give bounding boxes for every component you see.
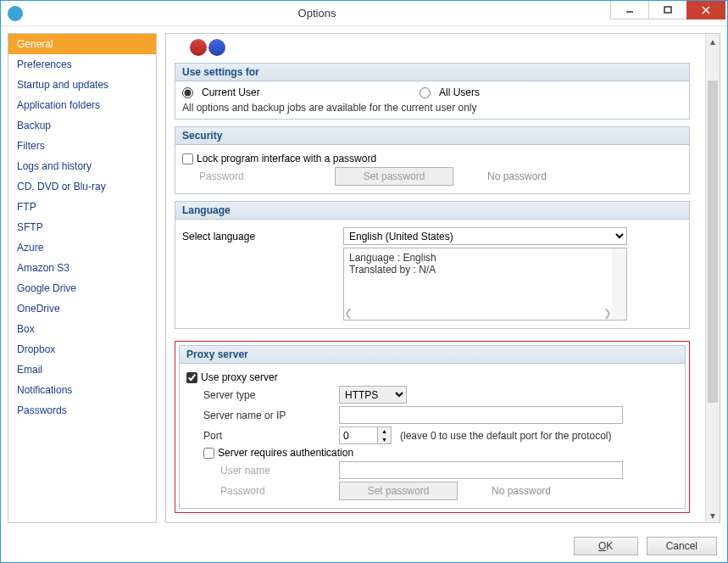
sidebar-item-google-drive[interactable]: Google Drive <box>8 278 156 298</box>
section-header-use-settings: Use settings for <box>175 64 689 81</box>
sidebar-item-application-folders[interactable]: Application folders <box>8 95 156 115</box>
language-info-box: Language : English Translated by : N/A ❮… <box>343 248 627 321</box>
maximize-button[interactable] <box>648 1 687 20</box>
body: GeneralPreferencesStartup and updatesApp… <box>1 26 727 530</box>
port-down-icon[interactable]: ▼ <box>378 436 391 444</box>
current-user-radio[interactable] <box>182 87 193 98</box>
main-scrollbar[interactable]: ▴ ▾ <box>705 34 720 522</box>
server-type-select[interactable]: HTTPS <box>339 386 407 404</box>
proxy-user-label: User name <box>220 465 339 477</box>
proxy-password-label: Password <box>220 485 339 497</box>
header-icon-blue <box>208 39 225 56</box>
main-panel: Use settings for Current User All Users <box>165 33 720 523</box>
server-name-label: Server name or IP <box>203 410 339 421</box>
use-proxy-checkbox[interactable] <box>186 372 197 383</box>
svg-rect-1 <box>664 7 671 13</box>
use-settings-note: All options and backup jobs are availabl… <box>182 102 682 114</box>
scroll-thumb[interactable] <box>708 81 718 403</box>
server-type-label: Server type <box>203 389 339 401</box>
sidebar-item-azure[interactable]: Azure <box>8 237 156 258</box>
port-input[interactable] <box>340 427 377 443</box>
use-proxy-label: Use proxy server <box>201 371 278 383</box>
lang-vscroll[interactable] <box>612 248 626 320</box>
options-window: Options GeneralPreferencesStartup and up… <box>0 0 728 563</box>
all-users-radio[interactable] <box>420 87 431 98</box>
auth-checkbox[interactable] <box>203 448 214 459</box>
header-icons <box>190 39 690 56</box>
select-language-label: Select language <box>182 231 343 242</box>
language-info-line1: Language : English <box>349 252 621 264</box>
section-security: Security Lock program interface with a p… <box>175 126 690 194</box>
security-set-password-button[interactable]: Set password <box>335 167 453 186</box>
titlebar: Options <box>1 1 727 26</box>
port-up-icon[interactable]: ▲ <box>378 427 391 436</box>
lang-hscroll[interactable]: ❮❯ <box>344 307 612 320</box>
section-proxy: Proxy server Use proxy server Server typ… <box>175 341 690 513</box>
port-spinner[interactable]: ▲▼ <box>339 426 392 444</box>
lock-interface-label: Lock program interface with a password <box>197 153 376 164</box>
sidebar-item-passwords[interactable]: Passwords <box>8 400 156 421</box>
sidebar-item-amazon-s3[interactable]: Amazon S3 <box>8 258 156 278</box>
sidebar-item-dropbox[interactable]: Dropbox <box>8 339 156 360</box>
ok-button[interactable]: OK <box>574 537 638 555</box>
scroll-up-icon[interactable]: ▴ <box>706 34 720 48</box>
section-use-settings: Use settings for Current User All Users <box>175 63 690 120</box>
sidebar-item-general[interactable]: General <box>8 34 156 54</box>
section-header-proxy: Proxy server <box>180 346 685 364</box>
sidebar-item-email[interactable]: Email <box>8 360 156 380</box>
security-password-label: Password <box>199 170 335 182</box>
sidebar-item-logs-and-history[interactable]: Logs and history <box>8 156 156 176</box>
proxy-no-password-text: No password <box>492 485 551 497</box>
sidebar-item-preferences[interactable]: Preferences <box>8 54 156 75</box>
auth-label: Server requires authentication <box>218 447 353 459</box>
scroll-down-icon[interactable]: ▾ <box>706 508 720 522</box>
window-title: Options <box>23 7 611 20</box>
language-select[interactable]: English (United States) <box>343 227 627 245</box>
sidebar-item-backup[interactable]: Backup <box>8 115 156 136</box>
section-language: Language Select language English (United… <box>175 201 690 329</box>
sidebar[interactable]: GeneralPreferencesStartup and updatesApp… <box>8 33 157 523</box>
sidebar-item-box[interactable]: Box <box>8 319 156 339</box>
close-button[interactable] <box>686 1 725 20</box>
proxy-set-password-button[interactable]: Set password <box>339 482 458 500</box>
section-header-language: Language <box>175 202 689 220</box>
server-name-input[interactable] <box>339 406 623 424</box>
sidebar-item-onedrive[interactable]: OneDrive <box>8 298 156 319</box>
language-info-line2: Translated by : N/A <box>349 264 621 276</box>
lock-interface-checkbox[interactable] <box>182 153 193 164</box>
cancel-button[interactable]: Cancel <box>647 537 717 555</box>
sidebar-item-sftp[interactable]: SFTP <box>8 217 156 237</box>
scroll-track[interactable] <box>706 48 720 508</box>
sidebar-item-ftp[interactable]: FTP <box>8 197 156 217</box>
sidebar-item-cd-dvd-or-blu-ray[interactable]: CD, DVD or Blu-ray <box>8 176 156 197</box>
app-icon <box>8 6 23 21</box>
proxy-user-input[interactable] <box>339 461 623 479</box>
security-no-password-text: No password <box>487 170 547 182</box>
sidebar-item-filters[interactable]: Filters <box>8 136 156 156</box>
current-user-label: Current User <box>202 86 260 98</box>
footer: OK Cancel <box>1 530 727 562</box>
window-buttons <box>611 1 725 20</box>
sidebar-item-notifications[interactable]: Notifications <box>8 380 156 400</box>
sidebar-item-startup-and-updates[interactable]: Startup and updates <box>8 75 156 95</box>
all-users-label: All Users <box>439 86 480 98</box>
section-header-security: Security <box>175 127 689 145</box>
content-area: Use settings for Current User All Users <box>166 34 705 522</box>
minimize-button[interactable] <box>610 1 649 20</box>
port-label: Port <box>203 430 339 442</box>
header-icon-red <box>190 39 207 56</box>
port-hint: (leave 0 to use the default port for the… <box>400 430 611 442</box>
